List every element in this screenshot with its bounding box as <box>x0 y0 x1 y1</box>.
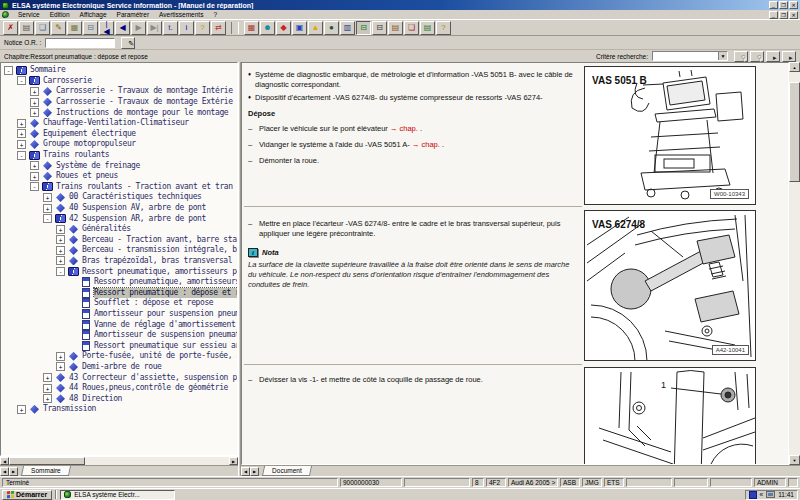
scroll-up-icon[interactable]: ▲ <box>789 62 800 72</box>
expand-toggle[interactable]: + <box>43 193 52 202</box>
menu-item-service[interactable]: Service <box>13 11 45 18</box>
minimize-button[interactable]: _ <box>769 1 778 9</box>
tree-item[interactable]: -Sommaire <box>1 65 237 76</box>
notice-input[interactable] <box>45 38 115 48</box>
menu-item-avertissements[interactable]: Avertissements <box>154 11 208 18</box>
tree-item[interactable]: +48 Direction <box>1 393 237 404</box>
vehicle-data-button[interactable]: ⊟ <box>356 21 371 35</box>
tree-horizontal-scrollbar[interactable]: ◀ ▶ <box>0 456 238 465</box>
tree-item[interactable]: +Chauffage-Ventilation-Climatiseur <box>1 118 237 129</box>
expand-toggle[interactable]: + <box>43 373 52 382</box>
tree-item[interactable]: +43 Correcteur d'assiette, suspension p <box>1 372 237 383</box>
exit-button[interactable]: ✗ <box>3 21 18 35</box>
globe-button[interactable]: ● <box>324 21 339 35</box>
info-button[interactable]: i <box>179 21 194 35</box>
document-vertical-scrollbar[interactable]: ▲ ▼ <box>789 62 800 465</box>
tree-item[interactable]: +Demi-arbre de roue <box>1 362 237 373</box>
print-button[interactable]: ▤ <box>19 21 34 35</box>
monitor-button[interactable]: ▥ <box>340 21 355 35</box>
expand-toggle[interactable]: + <box>17 129 26 138</box>
tree-item[interactable]: +Berceau - Traction avant, barre stab <box>1 235 237 246</box>
language-indicator-icon[interactable] <box>749 491 757 499</box>
expand-toggle[interactable]: + <box>30 98 39 107</box>
menu-item-edition[interactable]: Edition <box>45 11 75 18</box>
scrollbar-thumb[interactable] <box>789 82 800 182</box>
tree-item[interactable]: +Carrosserie - Travaux de montage Extéri… <box>1 97 237 108</box>
tree-item[interactable]: +Instructions de montage pour le montage <box>1 107 237 118</box>
menu-item-param-trer[interactable]: Paramétrer <box>112 11 155 18</box>
expand-toggle[interactable]: + <box>43 384 52 393</box>
expand-toggle[interactable]: + <box>30 161 39 170</box>
collapse-toggle[interactable]: - <box>43 214 52 223</box>
tree-item[interactable]: -Ressort pneumatique, amortisseurs po <box>1 266 237 277</box>
tree-item[interactable]: +Carrosserie - Travaux de montage Intéri… <box>1 86 237 97</box>
expand-toggle[interactable]: + <box>30 172 39 181</box>
collapse-toggle[interactable]: - <box>4 66 13 75</box>
archive-button[interactable]: ▦ <box>67 21 82 35</box>
close-button[interactable]: ✕ <box>789 1 798 9</box>
scroll-left-icon[interactable]: ◀ <box>0 457 9 465</box>
warning-button[interactable]: ▲ <box>308 21 323 35</box>
expand-toggle[interactable]: + <box>56 362 65 371</box>
menu-item-affichage[interactable]: Affichage <box>75 11 112 18</box>
tree-item[interactable]: -Trains roulants - Traction avant et tra… <box>1 182 237 193</box>
tree-item[interactable]: +Berceau - transmission intégrale, ba <box>1 245 237 256</box>
tree-item[interactable]: Ressort pneumatique sur essieu arr <box>1 340 237 351</box>
chapter-link[interactable]: → chap. <box>412 140 440 149</box>
scrollbar-thumb[interactable] <box>9 457 85 465</box>
document-red-button[interactable]: ❏ <box>404 21 419 35</box>
tree-item[interactable]: +Roues et pneus <box>1 171 237 182</box>
mdi-minimize-button[interactable]: _ <box>769 11 778 19</box>
mdi-close-button[interactable]: ✕ <box>789 11 798 19</box>
tree-item[interactable]: +Équipement électrique <box>1 129 237 140</box>
tray-collapse-icon[interactable]: « <box>760 491 764 498</box>
tree-item[interactable]: Ressort pneumatique, amortisseurs <box>1 277 237 288</box>
collapse-toggle[interactable]: - <box>56 267 65 276</box>
chapter-link[interactable]: → chap. <box>390 124 418 133</box>
mdi-restore-button[interactable]: ❐ <box>779 11 788 19</box>
vehicle-history-button[interactable]: ⊟ <box>372 21 387 35</box>
menu-item-?[interactable]: ? <box>208 11 222 18</box>
vehicle-button[interactable]: ⊟ <box>83 21 98 35</box>
expand-toggle[interactable]: + <box>43 204 52 213</box>
notice-submit-button[interactable]: ✎ <box>121 37 135 49</box>
tab-scroll-left-icon[interactable]: ◀ <box>241 467 250 476</box>
expand-toggle[interactable]: + <box>56 352 65 361</box>
tree-item[interactable]: -Trains roulants <box>1 150 237 161</box>
library-button[interactable]: ▤ <box>420 21 435 35</box>
calculation-button[interactable]: ▤ <box>388 21 403 35</box>
tab-sommaire[interactable]: Sommaire <box>21 466 71 476</box>
tree-item[interactable]: +Généralités <box>1 224 237 235</box>
help-button[interactable]: ? <box>195 21 210 35</box>
start-button[interactable]: Démarrer <box>2 490 52 500</box>
tree-item[interactable]: +Transmission <box>1 404 237 415</box>
display-tray-icon[interactable] <box>766 491 775 498</box>
expand-toggle[interactable]: + <box>56 246 65 255</box>
help-document-button[interactable]: ? <box>436 21 451 35</box>
tree-item[interactable]: Amortisseur de suspension pneumati <box>1 330 237 341</box>
edit-document-button[interactable]: ✎ <box>51 21 66 35</box>
search-up-button[interactable]: ⚲ <box>734 51 748 62</box>
manual-button[interactable]: ◆ <box>276 21 291 35</box>
expand-toggle[interactable]: + <box>30 87 39 96</box>
nav-next-button[interactable]: ▶ <box>131 21 146 35</box>
tree-item[interactable]: Ressort pneumatique : dépose et re <box>1 287 237 298</box>
tab-document[interactable]: Document <box>262 466 312 476</box>
tab-scroll-right-icon[interactable]: ▶ <box>250 467 259 476</box>
tree-item[interactable]: +40 Suspension AV, arbre de pont <box>1 203 237 214</box>
expand-toggle[interactable]: + <box>17 405 26 414</box>
collapse-toggle[interactable]: - <box>17 151 26 160</box>
customer-button[interactable]: ☻ <box>260 21 275 35</box>
tree-item[interactable]: -42 Suspension AR, arbre de pont <box>1 213 237 224</box>
tree-item[interactable]: +Groupe motopropulseur <box>1 139 237 150</box>
search-combobox[interactable]: ▼ <box>652 51 728 61</box>
tree-item[interactable]: Amortisseur pour suspension pneuma <box>1 309 237 320</box>
expand-toggle[interactable]: + <box>17 119 26 128</box>
scrollbar-track[interactable] <box>85 457 229 465</box>
tree-item[interactable]: +Porte-fusée, unité de porte-fusée, a <box>1 351 237 362</box>
tree-item[interactable]: +00 Caractéristiques techniques <box>1 192 237 203</box>
expand-toggle[interactable]: + <box>17 140 26 149</box>
scroll-down-icon[interactable]: ▼ <box>789 455 800 465</box>
collapse-toggle[interactable]: - <box>17 76 26 85</box>
tab-scroll-left-icon[interactable]: ◀ <box>0 467 9 476</box>
